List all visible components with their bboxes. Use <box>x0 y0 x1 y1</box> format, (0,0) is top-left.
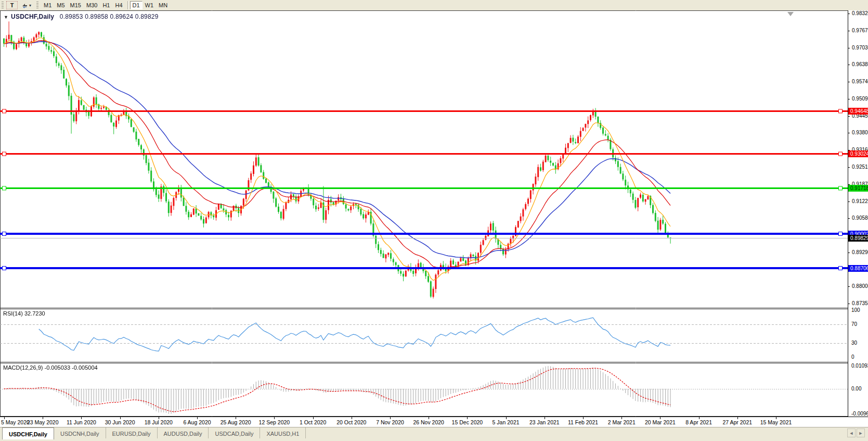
macd-indicator-label: MACD(12,26,9) -0.005033 -0.005004 <box>3 364 98 371</box>
chart-tab-audusd[interactable]: AUDUSD,Daily <box>158 427 209 438</box>
cursor-tool-button[interactable]: ▾ <box>19 1 34 9</box>
price-tick-mark <box>848 304 850 304</box>
price-tick-label: 0.95740 <box>852 79 868 85</box>
price-tick-mark <box>848 253 850 253</box>
tab-scroll-right-button[interactable]: ► <box>857 429 865 437</box>
time-axis-label: 8 Apr 2021 <box>685 419 712 425</box>
price-tick-label: 0.98320 <box>852 10 868 17</box>
price-tick-label: 0.87355 <box>852 300 868 307</box>
rsi-level-label: 70 <box>851 321 857 327</box>
price-tick-mark <box>848 133 850 133</box>
timeframe-button-h4[interactable]: H4 <box>112 1 125 9</box>
chart-tab-eurusd[interactable]: EURUSD,Daily <box>106 427 158 438</box>
time-axis-label: 23 May 2020 <box>27 419 59 425</box>
close-value: 0.89829 <box>135 13 159 20</box>
chart-tab-usdchf[interactable]: USDCHF,Daily <box>2 427 54 439</box>
price-tick-mark <box>848 201 850 202</box>
chart-tab-bar: USDCHF,DailyUSDCNH,DailyEURUSD,DailyAUDU… <box>0 427 868 441</box>
timeframe-button-m15[interactable]: M15 <box>68 1 84 9</box>
time-axis-label: 20 Oct 2020 <box>336 419 366 425</box>
price-tick-label: 0.89290 <box>852 249 868 256</box>
price-tick-mark <box>848 48 850 48</box>
price-tick-mark <box>848 31 850 31</box>
top-toolbar: T ▾ M1M5M15M30H1H4D1W1MN <box>0 0 868 11</box>
timeframe-button-h1[interactable]: H1 <box>100 1 112 9</box>
time-axis-label: 27 Apr 2021 <box>722 419 752 425</box>
time-axis-label: 5 Jan 2021 <box>493 419 520 425</box>
price-tick-mark <box>848 65 850 65</box>
toolbar-grip-2[interactable] <box>36 2 38 9</box>
timeframe-button-m30[interactable]: M30 <box>84 1 100 9</box>
current-price-tag: 0.89829 <box>848 235 868 242</box>
chart-tab-usdcnh[interactable]: USDCNH,Daily <box>54 427 106 438</box>
timeframe-button-m5[interactable]: M5 <box>54 1 67 9</box>
macd-min-label: -0.009657 <box>851 411 868 417</box>
price-tick-mark <box>848 116 850 117</box>
price-tick-label: 0.97030 <box>852 45 868 51</box>
chart-tab-usdcad[interactable]: USDCAD,Daily <box>209 427 260 438</box>
text-tool-button[interactable]: T <box>6 1 18 9</box>
chart-canvas[interactable] <box>0 10 848 417</box>
price-tick-mark <box>848 14 850 14</box>
time-axis-label: 18 Jul 2020 <box>145 419 173 425</box>
time-axis-label: 26 Nov 2020 <box>413 419 444 425</box>
mt4-terminal: { "toolbar": { "text_tool_label": "T", "… <box>0 0 868 441</box>
price-tick-label: 0.96385 <box>852 61 868 68</box>
time-axis-label: 7 Nov 2020 <box>376 419 404 425</box>
price-tick-label: 0.92515 <box>852 164 868 170</box>
timeframe-button-m1[interactable]: M1 <box>41 1 54 9</box>
time-axis-label: 1 Oct 2020 <box>300 419 326 425</box>
timeframe-button-mn[interactable]: MN <box>156 1 170 9</box>
hline-price-tag-4[interactable]: 0.88706 <box>848 265 868 272</box>
price-tick-label: 0.95095 <box>852 96 868 102</box>
time-axis: 5 May 202023 May 202011 Jun 202030 Jun 2… <box>0 417 868 427</box>
price-tick-mark <box>848 99 850 99</box>
time-axis-label: 5 May 2020 <box>1 419 30 425</box>
rsi-level-label: 0 <box>851 354 854 360</box>
macd-zero-label: 0.00 <box>851 386 861 392</box>
time-axis-label: 12 Sep 2020 <box>259 419 290 425</box>
time-axis-label: 11 Jun 2020 <box>67 419 96 425</box>
hline-price-tag-2[interactable]: 0.91718 <box>848 185 868 192</box>
rsi-indicator-label: RSI(14) 32.7230 <box>3 310 45 317</box>
price-tick-label: 0.91225 <box>852 198 868 205</box>
time-axis-label: 15 May 2021 <box>760 419 792 425</box>
price-tick-mark <box>848 286 850 287</box>
time-axis-label: 20 Mar 2021 <box>645 419 676 425</box>
low-value: 0.89624 <box>110 13 133 20</box>
price-tick-mark <box>848 218 850 219</box>
time-axis-label: 15 Dec 2020 <box>452 419 483 425</box>
time-axis-label: 11 Feb 2021 <box>568 419 598 425</box>
toolbar-grip[interactable] <box>2 2 4 9</box>
hline-price-tag-0[interactable]: 0.94648 <box>848 108 868 115</box>
timeframe-button-d1[interactable]: D1 <box>130 1 142 9</box>
price-tick-mark <box>848 82 850 82</box>
timeframe-button-w1[interactable]: W1 <box>142 1 157 9</box>
macd-max-label: 0.010933 <box>851 363 868 369</box>
price-tick-mark <box>848 167 850 168</box>
price-tick-label: 0.97675 <box>852 28 868 34</box>
time-axis-label: 25 Aug 2020 <box>221 419 251 425</box>
high-value: 0.89858 <box>85 13 108 20</box>
time-axis-label: 30 Jun 2020 <box>105 419 135 425</box>
chart-tab-xauusd[interactable]: XAUUSD,H1 <box>260 427 306 438</box>
price-tick-label: 0.93805 <box>852 130 868 136</box>
chevron-down-icon: ▾ <box>29 3 31 8</box>
tab-scroll-left-button[interactable]: ◄ <box>847 429 856 437</box>
chart-dropdown-icon[interactable]: ▼ <box>4 15 8 20</box>
timeframe-group: M1M5M15M30H1H4D1W1MN <box>41 1 170 9</box>
open-value: 0.89853 <box>60 13 83 20</box>
chart-title: ▼USDCHF,Daily 0.89853 0.89858 0.89624 0.… <box>4 13 159 20</box>
hline-price-tag-1[interactable]: 0.93024 <box>848 150 868 157</box>
cursor-arrows-icon <box>21 2 28 9</box>
price-axis: 0.983200.976750.970300.963850.957400.950… <box>848 10 868 417</box>
rsi-level-label: 30 <box>851 340 857 346</box>
time-axis-label: 2 Mar 2021 <box>608 419 636 425</box>
price-tick-label: 0.88000 <box>852 283 868 289</box>
rsi-level-label: 100 <box>851 307 860 313</box>
chart-shift-marker <box>787 12 794 16</box>
symbol-period-label: USDCHF,Daily <box>11 13 54 20</box>
time-axis-label: 23 Jan 2021 <box>529 419 560 425</box>
price-tick-label: 0.90580 <box>852 215 868 221</box>
time-axis-label: 6 Aug 2020 <box>183 419 211 425</box>
